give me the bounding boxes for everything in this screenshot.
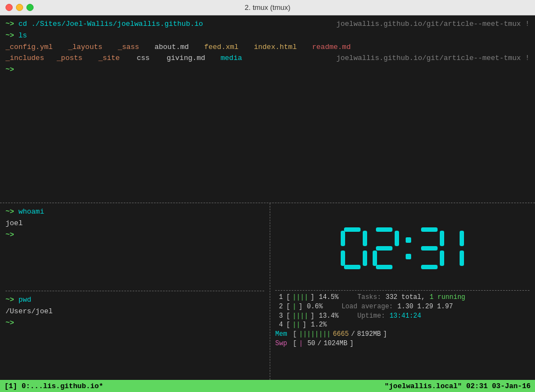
swp-total: 1024MB	[324, 339, 347, 349]
cpu-num-2: 2	[275, 302, 283, 312]
pane-whoami: ~> whoami joel ~>	[6, 206, 264, 291]
tasks-running: 1 running	[429, 293, 465, 302]
cpu-bar-4: ||	[292, 320, 300, 330]
clock-display	[340, 226, 465, 270]
swp-label: Swp	[275, 339, 291, 349]
whoami-output: joel	[6, 218, 264, 230]
file-index: index.html	[254, 43, 297, 51]
pane-bottom-left[interactable]: ~> whoami joel ~> ~> pwd /Users/joel ~>	[0, 203, 270, 380]
svg-rect-18	[460, 231, 464, 246]
cmd-ls: ls	[14, 31, 27, 40]
files-row1: _config.yml _layouts _sass about.md feed…	[6, 42, 529, 53]
cmd-pwd: pwd	[14, 296, 31, 304]
file-includes: _includes	[6, 54, 44, 62]
svg-rect-4	[363, 251, 367, 266]
load-label: Load average:	[341, 302, 393, 312]
pwd-output: /Users/joel	[6, 306, 264, 318]
pane-bottom-container: ~> whoami joel ~> ~> pwd /Users/joel ~>	[0, 203, 535, 380]
htop-mem: Mem [ |||||||| 6665 / 8192MB ]	[275, 330, 529, 339]
cpu-val-2: 0.6%	[307, 302, 323, 312]
svg-rect-8	[376, 246, 392, 251]
cmd-whoami: whoami	[14, 208, 45, 216]
swp-bracket-right: ]	[350, 339, 353, 349]
load-values: 1.30 1.29 1.97	[397, 302, 453, 312]
file-css: css	[137, 54, 149, 62]
swp-slash: /	[318, 339, 321, 349]
prompt-whoami: ~>	[6, 208, 14, 216]
url-right-2: joelwallis.github.io/git/article--meet-t…	[336, 53, 529, 64]
tasks-total: 332 total,	[385, 293, 425, 302]
htop-cpu1: 1 [ |||| ] 14.5% Tasks: 332 total, 1 run…	[275, 293, 529, 302]
htop-cpu4: 4 [ || ] 1.2%	[275, 320, 529, 330]
mem-total: 8192MB	[357, 330, 381, 339]
cpu-val-3: 13.4%	[319, 312, 339, 321]
clock-digit-1	[449, 226, 465, 270]
maximize-button[interactable]	[26, 4, 34, 11]
statusbar: [1] 0:...lis.github.io* "joelwallis.loca…	[0, 380, 535, 392]
cmd-cd: cd ./Sites/Joel-Wallis/joelwallis.github…	[14, 20, 203, 28]
swp-bar: |	[299, 339, 303, 349]
htop-cpu2: 2 [ | ] 0.6% Load average: 1.30 1.29 1.9…	[275, 302, 529, 312]
close-button[interactable]	[6, 4, 13, 11]
pane-bottom-right: 1 [ |||| ] 14.5% Tasks: 332 total, 1 run…	[270, 203, 535, 380]
file-giving: giving.md	[167, 54, 205, 62]
file-sass: _sass	[118, 43, 139, 51]
file-layouts: _layouts	[68, 43, 102, 51]
prompt-1: ~>	[6, 20, 14, 28]
clock-digit-0	[340, 226, 368, 270]
svg-rect-15	[421, 246, 438, 251]
pane-pwd: ~> pwd /Users/joel ~>	[6, 291, 264, 377]
svg-rect-16	[440, 251, 444, 266]
svg-rect-5	[344, 265, 361, 269]
clock-digit-3	[417, 226, 445, 270]
file-site: _site	[99, 54, 120, 62]
bar-bracket-right-3: ]	[310, 312, 314, 321]
htop-swp: Swp [ | 50 / 1024MB ]	[275, 339, 529, 349]
minimize-button[interactable]	[16, 4, 23, 11]
svg-rect-12	[406, 254, 411, 259]
svg-rect-19	[460, 251, 464, 266]
svg-rect-1	[341, 231, 345, 246]
mem-slash: /	[351, 330, 355, 339]
cpu-bar-2: |	[292, 302, 296, 312]
mem-bar: ||||||||	[299, 330, 331, 339]
mem-used: 6665	[333, 330, 349, 339]
bar-bracket-right-1: ]	[310, 293, 314, 302]
svg-rect-3	[341, 251, 345, 266]
file-readme: readme.md	[312, 43, 351, 51]
clock-colon	[403, 226, 413, 270]
bar-bracket-left-4: [	[286, 320, 290, 330]
file-feed: feed.xml	[204, 43, 238, 51]
url-right-1: joelwallis.github.io/git/article--meet-t…	[336, 19, 529, 30]
mem-bracket-right: ]	[383, 330, 387, 339]
file-about: about.md	[155, 43, 189, 51]
statusbar-right: "joelwallis.local" 02:31 03-Jan-16	[385, 382, 531, 390]
mem-label: Mem	[275, 330, 291, 339]
cpu-num-4: 4	[275, 320, 283, 330]
bar-bracket-left-2: [	[286, 302, 290, 312]
tasks-label: Tasks:	[357, 293, 381, 302]
mem-bracket-left: [	[293, 330, 297, 339]
prompt-pwd: ~>	[6, 296, 14, 304]
swp-bracket-left: [	[293, 339, 297, 349]
statusbar-left: [1] 0:...lis.github.io*	[4, 382, 103, 390]
window-title: 2. tmux (tmux)	[244, 3, 290, 12]
svg-rect-6	[376, 227, 392, 232]
svg-rect-7	[395, 231, 399, 246]
htop-pane: 1 [ |||| ] 14.5% Tasks: 332 total, 1 run…	[275, 291, 529, 377]
uptime-value: 13:41:24	[390, 312, 422, 321]
window-controls[interactable]	[6, 4, 34, 11]
svg-rect-10	[376, 265, 392, 269]
file-media: media	[221, 54, 242, 62]
svg-rect-2	[363, 231, 367, 246]
cpu-num-1: 1	[275, 293, 283, 302]
svg-rect-11	[406, 237, 411, 243]
htop-cpu3: 3 [ |||| ] 13.4% Uptime: 13:41:24	[275, 312, 529, 321]
prompt-3: ~>	[6, 66, 14, 74]
svg-rect-13	[421, 227, 438, 232]
clock-pane	[275, 206, 529, 291]
swp-used: 50	[307, 339, 315, 349]
bar-bracket-right-2: ]	[298, 302, 302, 312]
pane-top[interactable]: ~> cd ./Sites/Joel-Wallis/joelwallis.git…	[0, 15, 535, 203]
svg-rect-0	[344, 227, 361, 232]
